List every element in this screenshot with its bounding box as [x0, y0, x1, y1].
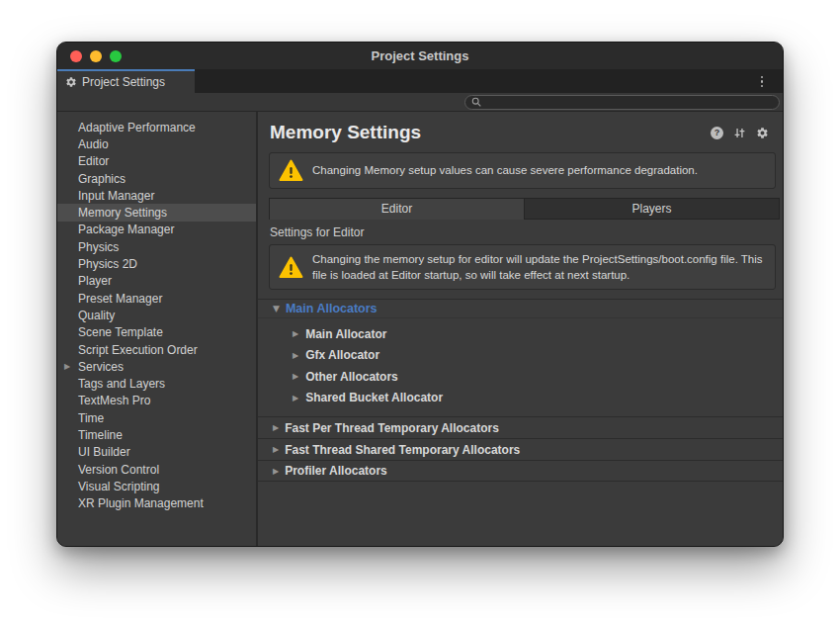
presets-icon[interactable]	[733, 127, 746, 139]
sidebar-item-script-execution-order[interactable]: Script Execution Order	[57, 341, 256, 358]
foldout-main-allocator[interactable]: ▶ Main Allocator	[258, 323, 783, 345]
sidebar-item-physics-2d[interactable]: Physics 2D	[57, 255, 256, 272]
window-title: Project Settings	[57, 48, 783, 63]
sidebar-item-visual-scripting[interactable]: Visual Scripting	[57, 478, 256, 494]
sidebar-item-audio[interactable]: Audio	[57, 135, 256, 152]
search-field[interactable]	[464, 95, 780, 110]
foldout-shared-bucket-allocator[interactable]: ▶ Shared Bucket Allocator	[258, 388, 783, 409]
settings-category-sidebar: Adaptive Performance Audio Editor Graphi…	[57, 112, 258, 546]
tab-editor[interactable]: Editor	[270, 199, 524, 220]
sidebar-item-physics[interactable]: Physics	[57, 238, 256, 255]
sidebar-item-services[interactable]: ▶Services	[57, 358, 256, 375]
sidebar-item-tags-and-layers[interactable]: Tags and Layers	[57, 375, 256, 392]
chevron-down-icon: ▼	[273, 304, 280, 313]
chevron-right-icon: ▶	[293, 394, 298, 402]
gear-icon[interactable]	[756, 127, 769, 139]
sidebar-item-player[interactable]: Player	[57, 273, 256, 290]
memory-settings-panel: Memory Settings ? Changing Memory setup …	[258, 112, 783, 546]
panel-header: Memory Settings ?	[258, 112, 783, 148]
foldout-fast-per-thread-temporary-allocators[interactable]: ▶ Fast Per Thread Temporary Allocators	[258, 416, 783, 438]
chevron-right-icon: ▶	[293, 351, 298, 360]
foldout-profiler-allocators[interactable]: ▶ Profiler Allocators	[258, 460, 783, 482]
sidebar-item-timeline[interactable]: Timeline	[57, 426, 256, 443]
sidebar-item-graphics[interactable]: Graphics	[57, 170, 256, 187]
warning-text: Changing Memory setup values can cause s…	[312, 162, 698, 178]
sidebar-item-time[interactable]: Time	[57, 409, 256, 426]
sidebar-item-package-manager[interactable]: Package Manager	[57, 222, 256, 238]
warning-icon	[279, 256, 303, 279]
sidebar-item-adaptive-performance[interactable]: Adaptive Performance	[57, 119, 256, 135]
foldout-main-allocators[interactable]: ▼ Main Allocators	[258, 299, 783, 318]
search-input[interactable]	[485, 96, 773, 108]
pane-menu-kebab-icon[interactable]	[755, 73, 769, 90]
chevron-right-icon: ▶	[273, 423, 279, 432]
editor-players-tabs: Editor Players	[269, 198, 780, 220]
gear-icon	[65, 76, 77, 88]
chevron-right-icon: ▶	[273, 467, 279, 476]
foldout-gfx-allocator[interactable]: ▶ Gfx Allocator	[258, 345, 783, 367]
sidebar-item-input-manager[interactable]: Input Manager	[57, 187, 256, 204]
sidebar-item-xr-plugin-management[interactable]: XR Plugin Management	[57, 495, 256, 512]
titlebar: Project Settings	[57, 43, 783, 69]
warning-icon	[279, 159, 303, 182]
warning-banner: Changing Memory setup values can cause s…	[269, 152, 776, 189]
sidebar-item-preset-manager[interactable]: Preset Manager	[57, 290, 256, 307]
chevron-right-icon: ▶	[273, 445, 279, 454]
sidebar-item-scene-template[interactable]: Scene Template	[57, 324, 256, 341]
main-allocators-children: ▶ Main Allocator ▶ Gfx Allocator ▶ Other…	[258, 318, 783, 416]
tab-players[interactable]: Players	[524, 199, 779, 220]
editor-warning-banner: Changing the memory setup for editor wil…	[269, 244, 776, 290]
tab-project-settings[interactable]: Project Settings	[57, 69, 195, 93]
sidebar-item-ui-builder[interactable]: UI Builder	[57, 444, 256, 461]
foldout-fast-thread-shared-temporary-allocators[interactable]: ▶ Fast Thread Shared Temporary Allocator…	[258, 438, 783, 460]
sidebar-item-editor[interactable]: Editor	[57, 153, 256, 170]
settings-for-editor-label: Settings for Editor	[270, 225, 783, 239]
collapsed-foldouts: ▶ Fast Per Thread Temporary Allocators ▶…	[258, 416, 783, 482]
tab-label: Project Settings	[82, 75, 165, 89]
sidebar-item-memory-settings[interactable]: Memory Settings	[57, 204, 256, 221]
page-title: Memory Settings	[270, 122, 711, 143]
sidebar-item-quality[interactable]: Quality	[57, 307, 256, 323]
foldout-other-allocators[interactable]: ▶ Other Allocators	[258, 366, 783, 388]
help-icon[interactable]: ?	[711, 127, 723, 139]
chevron-right-icon: ▶	[293, 372, 298, 381]
search-icon	[471, 97, 481, 107]
chevron-right-icon[interactable]: ▶	[64, 362, 70, 371]
sidebar-item-textmesh-pro[interactable]: TextMesh Pro	[57, 393, 256, 409]
settings-toolbar	[57, 93, 783, 112]
warning-text: Changing the memory setup for editor wil…	[312, 251, 766, 283]
sidebar-item-version-control[interactable]: Version Control	[57, 461, 256, 478]
project-settings-window: Project Settings Project Settings Adapti…	[56, 42, 784, 547]
chevron-right-icon: ▶	[293, 329, 298, 338]
tab-strip: Project Settings	[57, 69, 783, 93]
